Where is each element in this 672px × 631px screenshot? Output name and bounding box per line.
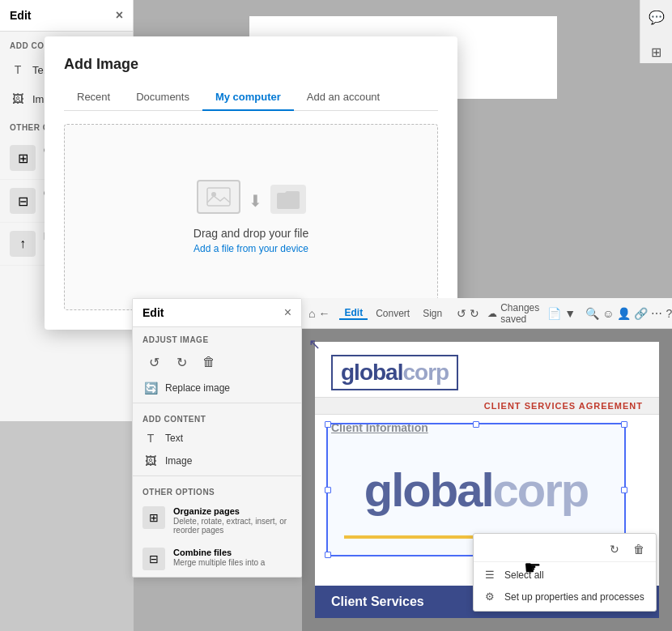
tab-add-account[interactable]: Add an account (294, 86, 393, 111)
properties-icon: ⚙ (485, 590, 498, 603)
inner-logo: globalcorp (364, 463, 588, 517)
pdf-logo: globalcorp (331, 355, 458, 390)
changes-saved-text: ☁ Changes saved (483, 302, 544, 325)
tab-recent[interactable]: Recent (64, 86, 123, 111)
drop-zone[interactable]: ⬇ Drag and drop your file Add a file fro… (64, 124, 438, 310)
help-button[interactable]: ? (666, 302, 672, 325)
drop-folder-icon (270, 185, 306, 214)
person-icon[interactable]: 👤 (617, 302, 631, 325)
edit-tab[interactable]: Edit (339, 307, 368, 320)
drop-text: Drag and drop your file (194, 227, 308, 240)
zoom-in-button[interactable]: 🔍 (585, 302, 599, 325)
pdf-viewer: ⌂ ← Edit Convert Sign ↺ ↻ ☁ Changes save… (302, 298, 672, 631)
drop-image-icon (197, 180, 240, 214)
ep-other-options-label: OTHER OPTIONS (133, 480, 301, 500)
ep-combine-item[interactable]: ⊟ Combine files Merge multiple files int… (133, 541, 301, 577)
redo-button[interactable]: ↻ (470, 302, 479, 325)
ctx-select-all[interactable]: ☰ Select all (474, 564, 656, 586)
ep-undo-btn[interactable]: ↺ (142, 351, 165, 373)
handle-mr[interactable] (621, 487, 627, 493)
client-services-text: Client Services (331, 595, 424, 609)
more-button[interactable]: ⋯ (651, 302, 662, 325)
ep-adjust-label: ADJUST IMAGE (133, 327, 301, 347)
image-icon: 🖼 (10, 91, 26, 107)
pdf-logo-text: globalcorp (341, 360, 449, 385)
expand-icon[interactable]: ▼ (564, 302, 576, 325)
text-icon: T (10, 62, 26, 78)
pdf-toolbar: ⌂ ← Edit Convert Sign ↺ ↻ ☁ Changes save… (302, 298, 672, 329)
edit-panel-title: Edit (142, 306, 164, 319)
drop-icons: ⬇ (197, 180, 306, 214)
drop-link[interactable]: Add a file from your device (194, 243, 308, 254)
ctx-properties[interactable]: ⚙ Set up properties and processes (474, 586, 656, 608)
home-button[interactable]: ⌂ (308, 302, 315, 325)
pdf-logo-area: globalcorp (315, 342, 659, 397)
combine-icon: ⊟ (10, 188, 36, 214)
ep-image-icon: 🖼 (142, 454, 159, 467)
ep-combine-desc: Merge multiple files into a (173, 558, 265, 567)
ep-organize-item[interactable]: ⊞ Organize pages Delete, rotate, extract… (133, 500, 301, 541)
ep-image-item[interactable]: 🖼 Image (133, 450, 301, 472)
ep-add-content-label: ADD CONTENT (133, 407, 301, 427)
ep-organize-icon: ⊞ (142, 506, 165, 529)
right-sidebar: 💬 ⊞ (640, 0, 672, 63)
organize-icon: ⊞ (10, 145, 36, 171)
comment-icon[interactable]: 💬 (645, 6, 668, 28)
svg-rect-0 (207, 188, 230, 206)
ep-text-item[interactable]: T Text (133, 427, 301, 450)
ep-delete-btn[interactable]: 🗑 (198, 351, 220, 373)
pdf-page: globalcorp CLIENT SERVICES AGREEMENT Cli… (315, 342, 659, 618)
grid-icon[interactable]: ⊞ (648, 41, 665, 63)
face-icon[interactable]: ☺ (602, 302, 614, 325)
edit-panel-close-btn[interactable]: × (284, 305, 291, 320)
sign-tab[interactable]: Sign (418, 308, 447, 319)
drop-arrow-icon: ⬇ (249, 191, 262, 211)
ctx-delete-btn[interactable]: 🗑 (628, 539, 649, 560)
ep-text-icon: T (142, 432, 159, 445)
modal-tabs: Recent Documents My computer Add an acco… (64, 86, 438, 111)
ctx-refresh-btn[interactable]: ↻ (604, 539, 625, 560)
handle-tl[interactable] (325, 421, 331, 428)
handle-ml[interactable] (325, 487, 331, 493)
file-menu-button[interactable]: 📄 (547, 302, 561, 325)
ep-divider-2 (133, 475, 301, 476)
ep-combine-title: Combine files (173, 548, 265, 557)
handle-bl[interactable] (325, 552, 331, 558)
bg-panel-title: Edit (10, 9, 31, 22)
bg-panel-close[interactable]: × (116, 8, 123, 23)
cursor-icon: ↖ (308, 335, 321, 353)
ep-replace-item[interactable]: 🔄 Replace image (133, 377, 301, 399)
ep-replace-label: Replace image (165, 382, 230, 394)
undo-button[interactable]: ↺ (457, 302, 466, 325)
handle-tc[interactable] (473, 421, 479, 428)
ep-combine-icon: ⊟ (142, 548, 165, 570)
ep-divider-1 (133, 403, 301, 403)
ep-image-label: Image (165, 455, 192, 467)
handle-tr[interactable] (621, 421, 627, 428)
ep-organize-desc: Delete, rotate, extract, insert, or reor… (173, 517, 291, 535)
ep-action-row: ↺ ↻ 🗑 (133, 347, 301, 377)
replace-icon: 🔄 (142, 382, 159, 394)
tab-documents[interactable]: Documents (123, 86, 202, 111)
edit-panel: Edit × ADJUST IMAGE ↺ ↻ 🗑 🔄 Replace imag… (132, 298, 302, 578)
modal-title: Add Image (64, 56, 438, 73)
ep-text-label: Text (165, 433, 183, 444)
pdf-banner: CLIENT SERVICES AGREEMENT (315, 397, 659, 415)
context-menu: ↻ 🗑 ☰ Select all ⚙ Set up properties and… (473, 533, 657, 612)
select-all-icon: ☰ (485, 569, 498, 581)
ep-organize-title: Organize pages (173, 506, 291, 516)
convert-tab[interactable]: Convert (371, 308, 415, 319)
pdf-content-area: ↖ globalcorp CLIENT SERVICES AGREEMENT C… (302, 329, 672, 631)
back-button[interactable]: ← (318, 302, 330, 325)
ctx-action-bar: ↻ 🗑 (474, 537, 656, 562)
export-icon: ↑ (10, 231, 36, 257)
cloud-icon: ☁ (487, 308, 497, 319)
ep-redo-btn[interactable]: ↻ (170, 351, 193, 373)
tab-my-computer[interactable]: My computer (202, 86, 294, 111)
bg-panel-header: Edit × (0, 0, 133, 32)
add-image-modal: Add Image Recent Documents My computer A… (45, 36, 457, 330)
edit-panel-header: Edit × (133, 299, 301, 327)
link-icon[interactable]: 🔗 (634, 302, 648, 325)
